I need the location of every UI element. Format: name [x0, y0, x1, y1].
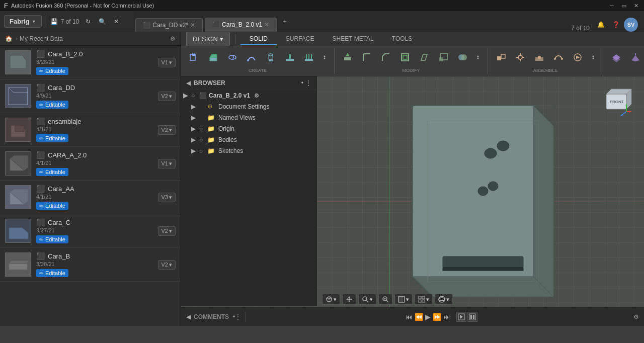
- item-version-cara-b-2[interactable]: V1 ▾: [158, 58, 176, 67]
- fillet-button[interactable]: [358, 50, 376, 64]
- chamfer-button[interactable]: [377, 50, 395, 64]
- motion-link-button[interactable]: [549, 50, 568, 64]
- timeline-controls: ⏮ ⏪ ▶ ⏩ ⏭: [406, 312, 477, 322]
- browser-vis-icon: ○: [191, 92, 199, 99]
- sidebar-settings-icon[interactable]: ⚙: [170, 35, 176, 42]
- refresh-button[interactable]: ↻: [81, 15, 95, 29]
- frame-icon-1[interactable]: [456, 312, 466, 322]
- step-forward-button[interactable]: ⏩: [433, 313, 441, 321]
- search-button[interactable]: 🔍: [95, 15, 109, 29]
- user-avatar[interactable]: SV: [624, 18, 638, 32]
- notifications-button[interactable]: 🔔: [594, 18, 608, 32]
- skip-start-button[interactable]: ⏮: [406, 313, 413, 321]
- home-icon[interactable]: 🏠: [5, 35, 13, 42]
- nav-close-button[interactable]: ✕: [109, 15, 123, 29]
- timeline-settings-icon[interactable]: ⚙: [633, 313, 639, 320]
- browser-bodies[interactable]: ▶ ○ 📁 Bodies: [181, 134, 316, 145]
- item-version-cara-a[interactable]: V1 ▾: [158, 159, 176, 168]
- display-settings-button[interactable]: ▾: [394, 294, 413, 305]
- item-cube-icon-4: ⬛: [36, 151, 45, 159]
- axis-widget[interactable]: FRONT: [599, 87, 634, 122]
- toolbar: CREATE: [181, 46, 644, 76]
- item-name-cara-a: ⬛ CARA_A_2.0: [36, 151, 154, 159]
- browser-collapse-button[interactable]: ◀: [186, 79, 191, 87]
- grid-caret-icon: ▾: [426, 296, 429, 303]
- tab-surface[interactable]: SURFACE: [277, 33, 324, 45]
- browser-settings-icon[interactable]: ⚙: [254, 93, 259, 99]
- skip-end-button[interactable]: ⏭: [443, 313, 450, 321]
- new-component-assemble-button[interactable]: [492, 50, 510, 64]
- scale-button[interactable]: [434, 50, 452, 64]
- draft-button[interactable]: [415, 50, 433, 64]
- tab-cara-dd[interactable]: ⬛ Cara_DD v2* ✕: [135, 18, 203, 32]
- pan-tool-button[interactable]: [342, 294, 356, 305]
- joint-button[interactable]: [511, 50, 529, 64]
- tab-counter: 7 of 10: [571, 25, 590, 32]
- combine-button[interactable]: [453, 50, 471, 64]
- help-button[interactable]: ❓: [609, 18, 623, 32]
- design-menu-button[interactable]: DESIGN ▾: [186, 32, 230, 46]
- assemble-more-button[interactable]: [588, 50, 599, 64]
- zoom-fit-button[interactable]: ▾: [358, 294, 376, 305]
- browser-document-settings[interactable]: ▶ ⚙ Document Settings: [181, 101, 316, 112]
- comments-collapse-icon[interactable]: ◀: [186, 313, 191, 320]
- browser-sketches[interactable]: ▶ ○ 📁 Sketches: [181, 145, 316, 156]
- tab-tools[interactable]: TOOLS: [383, 33, 421, 45]
- web-button[interactable]: [300, 50, 318, 64]
- comments-menu-icon[interactable]: ⋮: [235, 313, 241, 320]
- shell-button[interactable]: [396, 50, 414, 64]
- zoom-tool-button[interactable]: [378, 294, 392, 305]
- maximize-button[interactable]: ▭: [620, 2, 628, 10]
- item-name-cara-aa: ⬛ Cara_AA: [36, 185, 154, 193]
- tab-active-close-button[interactable]: ✕: [264, 21, 269, 28]
- environment-button[interactable]: ▾: [435, 294, 453, 305]
- step-back-button[interactable]: ⏪: [415, 313, 423, 321]
- item-badge-cara-b: ✏ Editable: [36, 269, 68, 277]
- sidebar-item-cara-a[interactable]: ⬛ CARA_A_2.0 4/1/21 ✏ Editable V1 ▾: [0, 147, 181, 181]
- orbit-tool-button[interactable]: ▾: [322, 294, 340, 305]
- extrude-button[interactable]: [204, 50, 222, 64]
- revolve-button[interactable]: [223, 50, 242, 64]
- grid-settings-button[interactable]: ▾: [415, 294, 433, 305]
- sidebar-item-ensamblaje[interactable]: ⬛ ensamblaje 4/1/21 ✏ Editable V2 ▾: [0, 113, 181, 147]
- sidebar-item-cara-aa[interactable]: ⬛ Cara_AA 4/1/21 ✏ Editable V3 ▾: [0, 181, 181, 214]
- construct-tools: [607, 50, 644, 64]
- add-tab-button[interactable]: ＋: [279, 15, 291, 27]
- item-version-ensamblaje[interactable]: V2 ▾: [158, 125, 176, 135]
- tab-cara-b[interactable]: ⬛ Cara_B_2.0 v1 ✕: [205, 18, 277, 32]
- browser-menu-icon[interactable]: ⋮: [305, 79, 311, 87]
- app-title: Autodesk Fusion 360 (Personal - Not for …: [11, 3, 608, 9]
- sweep-button[interactable]: [243, 50, 261, 64]
- frame-icon-2[interactable]: [467, 312, 477, 322]
- browser-named-views[interactable]: ▶ 📁 Named Views: [181, 112, 316, 123]
- play-button[interactable]: ▶: [425, 313, 431, 321]
- item-version-cara-b[interactable]: V2 ▾: [158, 260, 176, 270]
- item-version-cara-c[interactable]: V2 ▾: [158, 226, 176, 236]
- sidebar-item-cara-b[interactable]: ⬛ Cara_B 3/28/21 ✏ Editable V2 ▾: [0, 248, 181, 282]
- version-caret-icon: ▾: [169, 59, 172, 66]
- browser-origin[interactable]: ▶ ○ 📁 Origin: [181, 123, 316, 134]
- loft-button[interactable]: [262, 50, 280, 64]
- tab-solid[interactable]: SOLID: [240, 33, 277, 45]
- minimize-button[interactable]: ─: [608, 2, 616, 10]
- offset-plane-button[interactable]: [607, 50, 625, 64]
- item-version-cara-dd[interactable]: V2 ▾: [158, 92, 176, 101]
- item-version-cara-aa[interactable]: V3 ▾: [158, 193, 176, 202]
- tab-sheet-metal[interactable]: SHEET METAL: [324, 33, 383, 45]
- sidebar-item-cara-c[interactable]: ⬛ Cara_C 3/27/21 ✏ Editable V2 ▾: [0, 214, 181, 248]
- close-button[interactable]: ✕: [632, 2, 640, 10]
- rib-button[interactable]: [281, 50, 299, 64]
- sidebar-item-cara-dd[interactable]: ⬛ Cara_DD 4/9/21 ✏ Editable V2 ▾: [0, 79, 181, 113]
- press-pull-button[interactable]: [339, 50, 357, 64]
- drive-joints-button[interactable]: [569, 50, 587, 64]
- browser-root-item[interactable]: ▶ ○ ⬛ Cara_B_2.0 v1 ⚙: [181, 90, 316, 101]
- fabrig-menu-button[interactable]: Fabrig ▼: [4, 15, 42, 28]
- new-component-button[interactable]: [185, 50, 203, 64]
- modify-more-button[interactable]: [472, 50, 484, 64]
- tab-close-button[interactable]: ✕: [190, 22, 195, 29]
- plane-angle-button[interactable]: [626, 50, 644, 64]
- version-caret-icon-6: ▾: [169, 228, 172, 234]
- sidebar-item-cara-b-2[interactable]: ⬛ Cara_B_2.0 3/28/21 ✏ Editable V1 ▾: [0, 46, 181, 79]
- as-built-joint-button[interactable]: [530, 50, 548, 64]
- create-more-button[interactable]: [319, 50, 330, 64]
